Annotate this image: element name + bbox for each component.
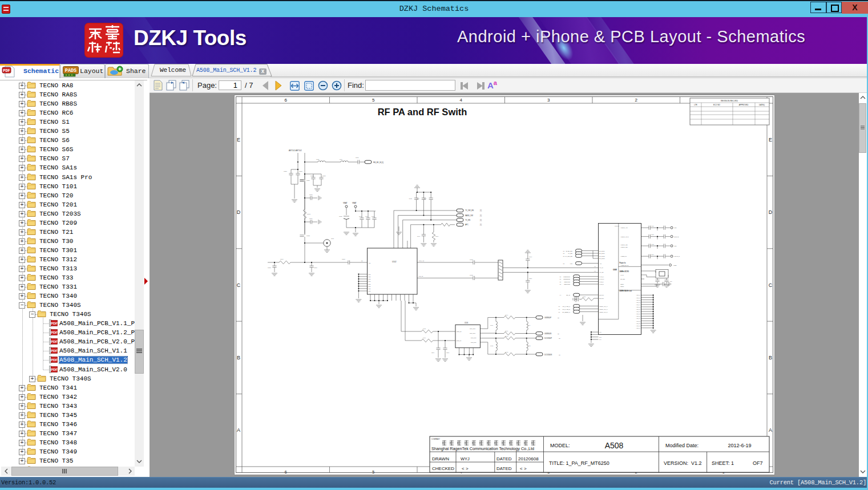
svg-text:C127: C127 [322,175,326,177]
svg-text:GSM900N: GSM900N [564,284,570,285]
svg-text:VFB_LB: VFB_LB [418,276,423,277]
svg-text:C132: C132 [310,175,314,177]
svg-text:L106: L106 [423,337,426,338]
svg-text:AVSS_13: AVSS_13 [636,325,640,327]
svg-text:BPI_BUS2: BPI_BUS2 [599,256,605,257]
svg-text:R109: R109 [280,258,284,260]
svg-text:PDF: PDF [51,331,58,334]
svg-text:GND: GND [368,288,371,289]
svg-text:4: 4 [460,98,463,103]
svg-text:P11: P11 [594,266,596,267]
svg-text:VBAT: VBAT [343,202,348,204]
svg-text:BPI_BUS0: BPI_BUS0 [599,250,605,252]
svg-text:C207: C207 [529,278,532,279]
svg-text:C191: C191 [505,330,508,331]
svg-text:ANT: ANT [368,262,371,264]
svg-text:[7]: [7] [559,309,560,310]
svg-text:AVSS_07: AVSS_07 [636,311,640,313]
svg-text:C109: C109 [365,216,369,217]
svg-text:DCS_IN: DCS_IN [457,340,461,342]
svg-text:VBAT: VBAT [352,202,357,204]
svg-text:[8]: [8] [559,311,560,313]
svg-text:AFC: AFC [599,263,602,264]
svg-text:C123: C123 [306,235,310,237]
svg-text:[1]: [1] [480,219,482,221]
svg-text:BPI_BUS1: BPI_BUS1 [599,253,605,254]
svg-text:PDF: PDF [51,340,58,343]
svg-text:APC: APC [570,263,572,264]
svg-text:PM_RF_IN [5]: PM_RF_IN [5] [373,161,383,164]
svg-text:DATE(): DATE() [759,104,765,106]
svg-text:AVSS_12: AVSS_12 [636,323,640,325]
svg-text:GSM_OUT: GSM_OUT [470,328,476,330]
svg-text:< >: < > [520,466,527,471]
svg-text:C136: C136 [651,234,655,235]
svg-text:20120608: 20120608 [518,456,539,461]
svg-text:C171: C171 [416,198,419,199]
svg-text:TV4: TV4 [599,339,602,340]
svg-text:D: D [769,209,773,215]
svg-text:MODEL:: MODEL: [550,443,570,448]
svg-text:L102: L102 [528,345,531,346]
svg-text:[1]: [1] [480,209,482,212]
svg-text:C192: C192 [505,335,508,337]
svg-text:V1.2: V1.2 [691,460,702,466]
svg-text:AVSS_02: AVSS_02 [636,299,640,301]
svg-text:PADS: PADS [65,68,76,74]
svg-text:5: 5 [372,470,374,474]
svg-text:PTCXO: PTCXO [674,236,679,238]
svg-text:[2]: [2] [563,256,565,257]
svg-text:[3]: [3] [558,333,559,335]
svg-text:BTRXSP: BTRXSP [599,294,604,295]
svg-text:GND: GND [368,286,371,287]
svg-text:TX_SW_EN: TX_SW_EN [566,256,573,257]
svg-text:AVDD: AVDD [673,265,677,266]
svg-text:APC: APC [465,224,469,226]
svg-text:C110: C110 [372,216,375,217]
svg-text:TV3: TV3 [599,337,602,338]
svg-text:MODUL_INF_1A: MODUL_INF_1A [599,306,608,307]
svg-text:AVDD28_PM: AVDD28_PM [620,256,627,257]
svg-text:PM_DDET_P: PM_DDET_P [562,311,570,313]
svg-text:PDF: PDF [3,68,10,73]
svg-text:C115: C115 [339,216,342,217]
svg-text:GND: GND [368,290,371,291]
svg-text:E: E [237,137,240,143]
svg-text:GSM_OUT: GSM_OUT [470,333,476,334]
svg-text:PM_LAST_N: PM_LAST_N [563,309,571,310]
svg-text:[3]: [3] [560,281,562,282]
svg-text:L105: L105 [423,328,426,329]
svg-text:ANT101 ANT102: ANT101 ANT102 [289,149,302,152]
svg-text:TX_EN: TX_EN [465,219,470,221]
svg-text:C140: C140 [417,236,421,237]
svg-text:ECO NO: ECO NO [713,104,721,106]
svg-text:AVSS_05: AVSS_05 [636,306,640,308]
svg-text:[3]: [3] [560,284,562,285]
svg-text:C193: C193 [505,351,508,353]
svg-text:RXLB_N: RXLB_N [599,284,604,285]
svg-text:C: C [237,282,241,288]
svg-text:RXHB_N: RXHB_N [599,278,604,280]
svg-text:C116: C116 [651,225,655,226]
svg-text:AVSS_01: AVSS_01 [636,297,640,299]
svg-text:TX_EN: TX_EN [568,253,573,254]
svg-text:PBEP1: PBEP1 [620,284,624,285]
svg-text:SHEET: 1: SHEET: 1 [712,460,734,466]
svg-text:AMODUL_VRF: AMODUL_VRF [620,227,628,229]
svg-text:LTR: LTR [694,104,697,106]
svg-text:U106: U106 [465,322,469,324]
svg-text:GND: GND [368,284,371,285]
svg-text:DCS1800N: DCS1800N [544,354,552,356]
svg-text:5: 5 [372,98,375,103]
svg-text:L100: L100 [490,325,494,326]
svg-text:C136: C136 [314,267,317,269]
svg-text:Shanghai RagenTek Communicatio: Shanghai RagenTek Communication Technolo… [431,446,534,451]
svg-text:B: B [237,355,240,361]
svg-text:AVSS_11: AVSS_11 [636,321,640,322]
svg-text:L104: L104 [528,325,531,326]
svg-text:[3]: [3] [558,317,559,319]
svg-text:AVSS_03: AVSS_03 [636,302,640,303]
svg-text:[3]: [3] [559,354,560,356]
svg-text:PBEP2: PBEP2 [620,286,624,287]
svg-text:VCXM_R: VCXM_R [674,256,680,257]
